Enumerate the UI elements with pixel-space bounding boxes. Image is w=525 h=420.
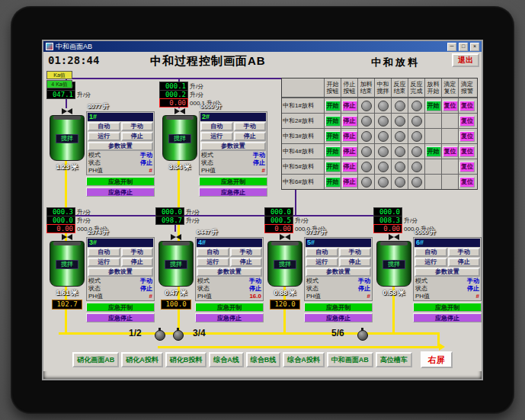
tablet-bezel: 中和画面AB ─ □ ×	[11, 6, 514, 414]
control-panel: 5# 自动 手动 运行 停止 参数设置 模式 手动 状态	[304, 237, 373, 301]
discharge-start-button[interactable]: 开始	[426, 101, 441, 111]
stop-button[interactable]: 停止	[121, 132, 154, 141]
stop-button[interactable]: 停止	[230, 258, 263, 267]
titration-alarm-reset-button[interactable]: 复位	[459, 162, 475, 172]
nav-button[interactable]: 硝化A投料	[121, 352, 163, 367]
cell-titration-alarm: 复位	[459, 114, 475, 128]
run-button[interactable]: 运行	[200, 132, 233, 141]
run-button[interactable]: 运行	[415, 258, 447, 267]
emergency-open-button[interactable]: 应急开制	[199, 177, 267, 186]
right-screen-button[interactable]: 右屏	[421, 351, 453, 368]
emergency-open-button[interactable]: 应急开制	[86, 177, 155, 186]
titration-alarm-reset-button[interactable]: 复位	[459, 177, 475, 188]
titration-reset-button[interactable]: 复位	[443, 101, 458, 111]
auto-button[interactable]: 自动	[197, 248, 229, 257]
run-button[interactable]: 运行	[197, 258, 229, 267]
manual-button[interactable]: 手动	[121, 122, 154, 131]
cell-start: 开始	[325, 98, 341, 113]
nav-button[interactable]: 高位槽车	[376, 352, 412, 367]
exit-button[interactable]: 退出	[452, 53, 479, 67]
tank-unit: 050.0 047.1 升/分 搅拌 1.23 米 3077 升 1#	[45, 82, 158, 206]
params-button[interactable]: 参数设置	[306, 268, 371, 277]
start-button[interactable]: 开始	[325, 162, 341, 172]
state-value: 停止	[140, 285, 152, 292]
params-button[interactable]: 参数设置	[88, 268, 153, 277]
start-button[interactable]: 开始	[325, 146, 341, 157]
manual-button[interactable]: 手动	[234, 122, 267, 131]
close-icon[interactable]: ×	[470, 43, 479, 51]
stop-button[interactable]: 停止	[448, 258, 481, 267]
emergency-stop-button[interactable]: 应急停止	[195, 313, 264, 322]
start-button[interactable]: 开始	[325, 101, 341, 111]
nav-button[interactable]: 综合B线	[246, 352, 281, 367]
nav-button[interactable]: 硝化画面AB	[72, 352, 119, 367]
params-button[interactable]: 参数设置	[197, 268, 262, 277]
run-button[interactable]: 运行	[88, 132, 120, 141]
ka-value: 4 Ka值	[46, 80, 72, 88]
run-button[interactable]: 运行	[88, 258, 120, 267]
titration-reset-button[interactable]: 复位	[443, 146, 458, 157]
auto-button[interactable]: 自动	[88, 248, 120, 257]
stop-button[interactable]: 停止	[121, 258, 154, 267]
params-button[interactable]: 参数设置	[88, 142, 153, 151]
titration-alarm-reset-button[interactable]: 复位	[459, 101, 475, 111]
auto-button[interactable]: 自动	[415, 248, 447, 257]
nav-button[interactable]: 综合A投料	[283, 352, 325, 367]
emergency-open-button[interactable]: 应急开制	[86, 303, 155, 312]
cell-titration-reset: 复位	[442, 144, 459, 159]
cell-stop: 停止	[341, 98, 358, 113]
emergency-stop-button[interactable]: 应急停止	[86, 188, 155, 197]
status-indicator	[361, 146, 372, 157]
titration-alarm-reset-button[interactable]: 复位	[459, 131, 475, 142]
pump-pair-label: 1/2	[129, 328, 142, 338]
manual-button[interactable]: 手动	[448, 248, 481, 257]
auto-button[interactable]: 自动	[200, 122, 233, 131]
flow-line: 008.3 升/分	[373, 216, 434, 224]
manual-button[interactable]: 手动	[230, 248, 263, 257]
emergency-open-button[interactable]: 应急开制	[195, 303, 264, 312]
nav-button[interactable]: 综合A线	[209, 352, 244, 367]
stop-button[interactable]: 停止	[342, 162, 357, 172]
run-button[interactable]: 运行	[306, 258, 338, 267]
control-panel-column: 0447 升 4# 自动 手动 运行 停止 参数设置 模式 手动	[195, 228, 264, 322]
start-button[interactable]: 开始	[325, 116, 341, 127]
params-button[interactable]: 参数设置	[200, 142, 266, 151]
emergency-stop-button[interactable]: 应急停止	[413, 313, 482, 322]
stop-button[interactable]: 停止	[342, 146, 357, 157]
start-button[interactable]: 开始	[325, 131, 341, 142]
params-button[interactable]: 参数设置	[415, 268, 480, 277]
emergency-open-button[interactable]: 应急开制	[304, 303, 373, 312]
minimize-icon[interactable]: ─	[447, 43, 456, 51]
stop-button[interactable]: 停止	[342, 131, 357, 142]
auto-button[interactable]: 自动	[306, 248, 338, 257]
emergency-stop-button[interactable]: 应急停止	[304, 313, 373, 322]
tank-column: 搅拌 3.34 米	[162, 108, 197, 175]
stop-button[interactable]: 停止	[342, 177, 357, 188]
start-button[interactable]: 开始	[325, 177, 341, 188]
pump-zone: 1/2 3/4 5/6	[43, 325, 482, 348]
emergency-stop-button[interactable]: 应急停止	[86, 313, 155, 322]
column-header: 停止按钮	[341, 79, 358, 97]
mode-value: 手动	[140, 152, 152, 159]
manual-button[interactable]: 手动	[339, 248, 372, 257]
titration-alarm-reset-button[interactable]: 复位	[459, 146, 475, 157]
stop-button[interactable]: 停止	[234, 132, 267, 141]
cell-indicator	[408, 129, 425, 143]
maximize-icon[interactable]: □	[459, 43, 468, 51]
titration-alarm-reset-button[interactable]: 复位	[459, 116, 475, 127]
stop-button[interactable]: 停止	[342, 101, 357, 111]
pump-icon	[357, 330, 368, 341]
auto-button[interactable]: 自动	[88, 122, 120, 131]
nav-button[interactable]: 中和画面AB	[327, 352, 373, 367]
manual-button[interactable]: 手动	[121, 248, 154, 257]
status-indicator	[378, 162, 389, 172]
stop-button[interactable]: 停止	[339, 258, 372, 267]
emergency-stop-button[interactable]: 应急停止	[199, 188, 267, 197]
status-indicator	[395, 177, 405, 188]
cell-discharge-start	[425, 175, 442, 189]
tank-column: 搅拌 0.58 米	[376, 234, 411, 301]
nav-button[interactable]: 硝化B投料	[165, 352, 207, 367]
discharge-start-button[interactable]: 开始	[426, 146, 441, 157]
emergency-open-button[interactable]: 应急开制	[413, 303, 482, 312]
stop-button[interactable]: 停止	[342, 116, 357, 127]
